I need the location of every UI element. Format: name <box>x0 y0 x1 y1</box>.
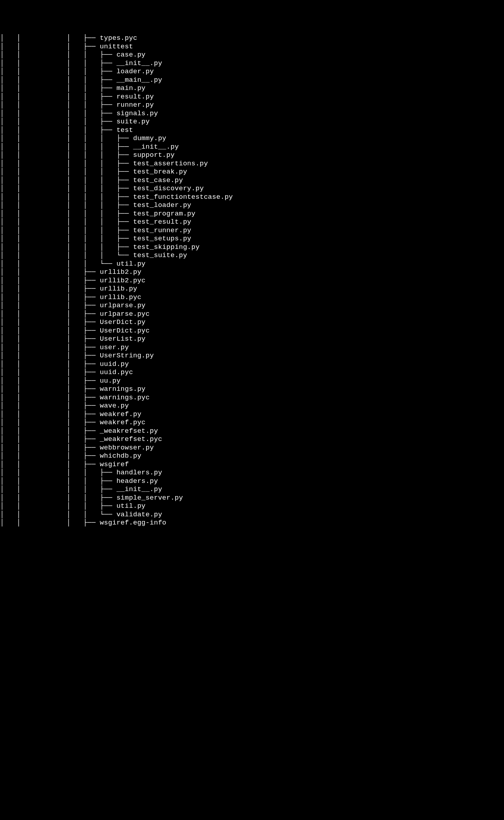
tree-line: │ │ │ ├── warnings.pyc <box>0 394 504 402</box>
tree-line: │ │ │ │ │ ├── test_setups.py <box>0 235 504 243</box>
tree-line: │ │ │ ├── UserDict.pyc <box>0 327 504 335</box>
tree-line: │ │ │ │ ├── runner.py <box>0 101 504 110</box>
tree-line: │ │ │ ├── urllib2.py <box>0 268 504 277</box>
tree-line: │ │ │ │ │ └── test_suite.py <box>0 251 504 260</box>
tree-line: │ │ │ ├── urlparse.pyc <box>0 310 504 319</box>
tree-line: │ │ │ │ │ ├── test_result.py <box>0 218 504 227</box>
tree-line: │ │ │ │ └── util.py <box>0 260 504 268</box>
tree-line: │ │ │ │ │ ├── test_case.py <box>0 176 504 185</box>
tree-line: │ │ │ │ ├── case.py <box>0 51 504 59</box>
tree-line: │ │ │ │ │ ├── test_functiontestcase.py <box>0 193 504 202</box>
tree-line: │ │ │ ├── UserList.py <box>0 335 504 344</box>
tree-line: │ │ │ ├── wsgiref.egg-info <box>0 519 504 527</box>
tree-line: │ │ │ │ │ ├── test_break.py <box>0 168 504 176</box>
tree-line: │ │ │ │ │ ├── test_program.py <box>0 210 504 218</box>
tree-line: │ │ │ ├── webbrowser.py <box>0 444 504 452</box>
tree-line: │ │ │ ├── urlparse.py <box>0 302 504 310</box>
tree-line: │ │ │ │ │ ├── support.py <box>0 151 504 160</box>
tree-line: │ │ │ ├── unittest <box>0 43 504 51</box>
tree-line: │ │ │ ├── _weakrefset.py <box>0 427 504 436</box>
tree-line: │ │ │ │ │ ├── test_loader.py <box>0 201 504 210</box>
tree-line: │ │ │ │ │ ├── test_skipping.py <box>0 243 504 252</box>
tree-line: │ │ │ ├── UserString.py <box>0 352 504 360</box>
tree-line: │ │ │ │ ├── handlers.py <box>0 469 504 477</box>
tree-line: │ │ │ │ │ ├── test_discovery.py <box>0 185 504 193</box>
tree-line: │ │ │ ├── whichdb.py <box>0 452 504 460</box>
tree-line: │ │ │ │ ├── test <box>0 126 504 135</box>
tree-line: │ │ │ │ │ ├── dummy.py <box>0 134 504 143</box>
tree-line: │ │ │ ├── uuid.py <box>0 360 504 369</box>
tree-line: │ │ │ ├── urllib2.pyc <box>0 277 504 285</box>
tree-line: │ │ │ │ ├── __init__.py <box>0 485 504 494</box>
tree-line: │ │ │ ├── urllib.pyc <box>0 293 504 302</box>
tree-line: │ │ │ ├── wave.py <box>0 402 504 410</box>
tree-line: │ │ │ │ ├── util.py <box>0 502 504 511</box>
tree-line: │ │ │ │ ├── signals.py <box>0 110 504 118</box>
tree-line: │ │ │ │ ├── simple_server.py <box>0 494 504 502</box>
tree-line: │ │ │ ├── user.py <box>0 344 504 352</box>
tree-line: │ │ │ ├── weakref.py <box>0 410 504 419</box>
tree-line: │ │ │ │ ├── main.py <box>0 84 504 93</box>
tree-line: │ │ │ │ │ ├── __init__.py <box>0 143 504 151</box>
tree-line: │ │ │ │ ├── __main__.py <box>0 76 504 85</box>
tree-line: │ │ │ ├── types.pyc <box>0 34 504 43</box>
tree-line: │ │ │ │ ├── loader.py <box>0 68 504 76</box>
tree-line: │ │ │ │ ├── __init__.py <box>0 59 504 68</box>
tree-line: │ │ │ ├── weakref.pyc <box>0 419 504 427</box>
tree-line: │ │ │ │ ├── result.py <box>0 93 504 101</box>
tree-line: │ │ │ ├── uu.py <box>0 377 504 385</box>
tree-line: │ │ │ ├── uuid.pyc <box>0 368 504 377</box>
tree-line: │ │ │ ├── _weakrefset.pyc <box>0 435 504 444</box>
tree-line: │ │ │ ├── UserDict.py <box>0 318 504 327</box>
tree-line: │ │ │ ├── wsgiref <box>0 460 504 469</box>
tree-line: │ │ │ │ ├── suite.py <box>0 118 504 126</box>
tree-line: │ │ │ ├── warnings.py <box>0 385 504 394</box>
tree-line: │ │ │ │ ├── headers.py <box>0 477 504 486</box>
tree-line: │ │ │ │ │ ├── test_runner.py <box>0 227 504 235</box>
tree-line: │ │ │ ├── urllib.py <box>0 285 504 293</box>
directory-tree: │ │ │ ├── types.pyc│ │ │ ├── unittest│ │… <box>0 34 504 527</box>
tree-line: │ │ │ │ └── validate.py <box>0 511 504 519</box>
tree-line: │ │ │ │ │ ├── test_assertions.py <box>0 160 504 168</box>
